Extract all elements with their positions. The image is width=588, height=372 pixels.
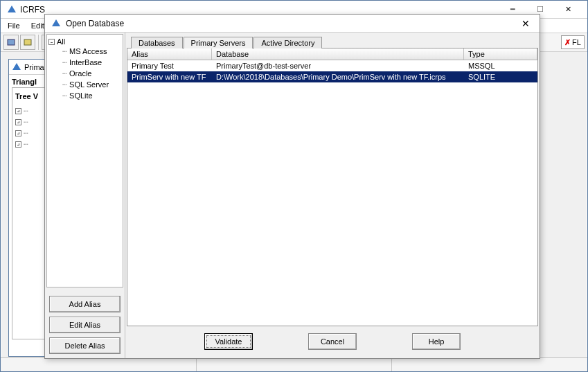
- dialog-close-button[interactable]: ✕: [517, 15, 534, 32]
- help-button[interactable]: Help: [412, 333, 461, 350]
- server-grid[interactable]: Alias Database Type Primary Test Primary…: [127, 48, 538, 326]
- svg-rect-1: [24, 39, 31, 45]
- cell-database: D:\Work\2018\Databases\Primary Demo\Prim…: [212, 73, 464, 81]
- tree-root-label: All: [57, 37, 65, 46]
- tree-root-all[interactable]: All: [48, 37, 121, 46]
- toolbar-button-2[interactable]: [20, 35, 35, 50]
- child-titlebar: Prima: [9, 60, 49, 75]
- grid-header: Alias Database Type: [127, 48, 537, 60]
- statusbar: [1, 357, 587, 371]
- tree-item-interbase[interactable]: ┄ InterBase: [62, 57, 121, 68]
- cell-type: MSSQL: [464, 62, 537, 70]
- toolbar-separator: [38, 35, 39, 50]
- child-title: Prima: [24, 63, 44, 71]
- status-cell: [197, 358, 393, 371]
- open-database-dialog: Open Database ✕ All ┄ MS Access ┄ InterB…: [44, 14, 540, 359]
- tree-node[interactable]: ┄: [15, 118, 43, 127]
- tree-item-sqlite[interactable]: ┄ SQLite: [62, 90, 121, 101]
- app-title: ICRFS: [20, 5, 499, 15]
- col-database[interactable]: Database: [212, 48, 464, 60]
- validate-button[interactable]: Validate: [204, 333, 253, 350]
- cell-alias: PrimServ with new TF: [127, 73, 212, 81]
- delete-alias-button[interactable]: Delete Alias: [49, 337, 121, 354]
- app-icon: [6, 4, 17, 15]
- db-type-tree[interactable]: All ┄ MS Access ┄ InterBase ┄ Oracle ┄ S…: [46, 34, 123, 287]
- child-tree-header: Tree V: [15, 92, 43, 100]
- status-cell: [1, 358, 197, 371]
- main-close-button[interactable]: ✕: [554, 2, 582, 17]
- dialog-bottom-buttons: Validate Cancel Help: [127, 326, 538, 357]
- tree-node[interactable]: ┄: [15, 140, 43, 149]
- tree-node[interactable]: ┄: [15, 129, 43, 138]
- tabbar: Databases Primary Servers Active Directo…: [127, 34, 538, 48]
- expand-icon[interactable]: [15, 119, 21, 125]
- edit-alias-button[interactable]: Edit Alias: [49, 317, 121, 333]
- tab-databases[interactable]: Databases: [131, 37, 183, 48]
- svg-rect-0: [8, 39, 15, 45]
- status-cell: [392, 358, 587, 371]
- add-alias-button[interactable]: Add Alias: [49, 296, 121, 312]
- tree-item-msaccess[interactable]: ┄ MS Access: [62, 46, 121, 57]
- fl-label: FL: [572, 38, 581, 46]
- child-label: Triangl: [12, 78, 46, 86]
- fl-button[interactable]: ✗FL: [561, 35, 585, 49]
- dialog-icon: [51, 18, 62, 29]
- cell-alias: Primary Test: [127, 62, 212, 70]
- dialog-titlebar: Open Database ✕: [45, 15, 540, 33]
- collapse-icon[interactable]: [48, 39, 55, 45]
- child-window-icon: [12, 62, 21, 72]
- child-window: Prima Triangl Tree V ┄ ┄ ┄ ┄: [8, 59, 50, 357]
- toolbar-button-1[interactable]: [3, 35, 19, 50]
- dialog-left-pane: All ┄ MS Access ┄ InterBase ┄ Oracle ┄ S…: [45, 33, 125, 358]
- col-alias[interactable]: Alias: [127, 48, 212, 60]
- tab-primary-servers[interactable]: Primary Servers: [184, 37, 253, 48]
- dialog-title: Open Database: [66, 19, 517, 28]
- tree-item-sqlserver[interactable]: ┄ SQL Server: [62, 79, 121, 90]
- expand-icon[interactable]: [15, 141, 21, 148]
- expand-icon[interactable]: [15, 108, 21, 114]
- tab-active-directory[interactable]: Active Directory: [253, 37, 322, 48]
- tree-node[interactable]: ┄: [15, 107, 43, 116]
- grid-row[interactable]: Primary Test PrimaryTest@db-test-server …: [127, 60, 537, 71]
- menu-file[interactable]: File: [5, 20, 23, 31]
- close-x-icon: ✗: [564, 38, 571, 47]
- cancel-button[interactable]: Cancel: [308, 333, 357, 350]
- cell-type: SQLITE: [464, 73, 537, 81]
- expand-icon[interactable]: [15, 130, 21, 136]
- dialog-right-pane: Databases Primary Servers Active Directo…: [125, 33, 540, 358]
- cell-database: PrimaryTest@db-test-server: [212, 62, 464, 70]
- tree-item-oracle[interactable]: ┄ Oracle: [62, 68, 121, 79]
- child-tree[interactable]: Tree V ┄ ┄ ┄ ┄: [12, 87, 46, 339]
- grid-row-selected[interactable]: PrimServ with new TF D:\Work\2018\Databa…: [127, 71, 537, 82]
- col-type[interactable]: Type: [464, 48, 537, 60]
